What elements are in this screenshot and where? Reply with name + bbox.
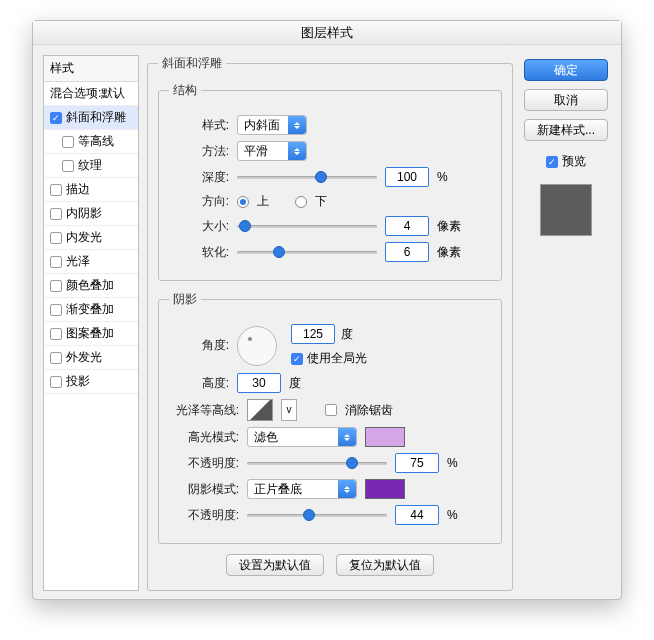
- angle-label: 角度:: [169, 337, 229, 354]
- chevron-updown-icon: [288, 142, 306, 160]
- style-row-patternOverlay[interactable]: 图案叠加: [44, 322, 138, 346]
- size-slider[interactable]: [237, 218, 377, 234]
- make-default-button[interactable]: 设置为默认值: [226, 554, 324, 576]
- style-checkbox-stroke[interactable]: [50, 184, 62, 196]
- style-checkbox-innerShadow[interactable]: [50, 208, 62, 220]
- style-row-dropShadow[interactable]: 投影: [44, 370, 138, 394]
- bevel-panel: 斜面和浮雕 结构 样式: 内斜面 方法: 平滑: [147, 55, 513, 591]
- shadow-opacity-slider[interactable]: [247, 507, 387, 523]
- shadow-opacity-unit: %: [447, 508, 458, 522]
- style-label-innerGlow: 内发光: [66, 229, 102, 246]
- style-row-satin[interactable]: 光泽: [44, 250, 138, 274]
- direction-down-radio[interactable]: [295, 196, 307, 208]
- style-checkbox-gradientOverlay[interactable]: [50, 304, 62, 316]
- style-checkbox-texture[interactable]: [62, 160, 74, 172]
- styles-list: 样式 混合选项:默认 斜面和浮雕等高线纹理描边内阴影内发光光泽颜色叠加渐变叠加图…: [43, 55, 139, 591]
- style-row-stroke[interactable]: 描边: [44, 178, 138, 202]
- preview-checkbox[interactable]: [546, 156, 558, 168]
- highlight-opacity-label: 不透明度:: [169, 455, 239, 472]
- altitude-input[interactable]: 30: [237, 373, 281, 393]
- shadow-opacity-label: 不透明度:: [169, 507, 239, 524]
- altitude-unit: 度: [289, 375, 301, 392]
- chevron-updown-icon: [338, 428, 356, 446]
- anti-alias-checkbox[interactable]: [325, 404, 337, 416]
- shadow-opacity-input[interactable]: 44: [395, 505, 439, 525]
- technique-select[interactable]: 平滑: [237, 141, 307, 161]
- preview-label: 预览: [562, 153, 586, 170]
- gloss-contour-label: 光泽等高线:: [169, 402, 239, 419]
- shadow-mode-select[interactable]: 正片叠底: [247, 479, 357, 499]
- soften-slider[interactable]: [237, 244, 377, 260]
- angle-input[interactable]: 125: [291, 324, 335, 344]
- blending-options-label: 混合选项:默认: [50, 85, 125, 102]
- technique-value: 平滑: [244, 143, 268, 160]
- direction-down-label: 下: [315, 193, 327, 210]
- soften-input[interactable]: 6: [385, 242, 429, 262]
- gloss-contour-dropdown[interactable]: v: [281, 399, 297, 421]
- style-select[interactable]: 内斜面: [237, 115, 307, 135]
- style-checkbox-bevel[interactable]: [50, 112, 62, 124]
- style-label-gradientOverlay: 渐变叠加: [66, 301, 114, 318]
- structure-group: 结构 样式: 内斜面 方法: 平滑: [158, 82, 502, 281]
- style-checkbox-colorOverlay[interactable]: [50, 280, 62, 292]
- ok-button[interactable]: 确定: [524, 59, 608, 81]
- style-row-colorOverlay[interactable]: 颜色叠加: [44, 274, 138, 298]
- use-global-light-label: 使用全局光: [307, 350, 367, 367]
- structure-legend: 结构: [169, 82, 201, 99]
- style-label-colorOverlay: 颜色叠加: [66, 277, 114, 294]
- chevron-updown-icon: [338, 480, 356, 498]
- style-checkbox-innerGlow[interactable]: [50, 232, 62, 244]
- direction-up-radio[interactable]: [237, 196, 249, 208]
- gloss-contour-picker[interactable]: [247, 399, 273, 421]
- style-value: 内斜面: [244, 117, 280, 134]
- altitude-label: 高度:: [169, 375, 229, 392]
- shading-group: 阴影 角度: 125 度 使用全局光: [158, 291, 502, 544]
- depth-slider[interactable]: [237, 169, 377, 185]
- style-checkbox-dropShadow[interactable]: [50, 376, 62, 388]
- cancel-button[interactable]: 取消: [524, 89, 608, 111]
- shadow-color-swatch[interactable]: [365, 479, 405, 499]
- shading-legend: 阴影: [169, 291, 201, 308]
- depth-input[interactable]: 100: [385, 167, 429, 187]
- shadow-mode-label: 阴影模式:: [169, 481, 239, 498]
- reset-default-button[interactable]: 复位为默认值: [336, 554, 434, 576]
- size-label: 大小:: [169, 218, 229, 235]
- style-checkbox-patternOverlay[interactable]: [50, 328, 62, 340]
- use-global-light-checkbox[interactable]: [291, 353, 303, 365]
- new-style-button[interactable]: 新建样式...: [524, 119, 608, 141]
- style-row-outerGlow[interactable]: 外发光: [44, 346, 138, 370]
- highlight-mode-select[interactable]: 滤色: [247, 427, 357, 447]
- shadow-mode-value: 正片叠底: [254, 481, 302, 498]
- style-row-innerShadow[interactable]: 内阴影: [44, 202, 138, 226]
- highlight-opacity-input[interactable]: 75: [395, 453, 439, 473]
- chevron-updown-icon: [288, 116, 306, 134]
- style-row-bevel[interactable]: 斜面和浮雕: [44, 106, 138, 130]
- bevel-title: 斜面和浮雕: [158, 55, 226, 72]
- soften-unit: 像素: [437, 244, 461, 261]
- style-label-contour: 等高线: [78, 133, 114, 150]
- style-label-texture: 纹理: [78, 157, 102, 174]
- angle-dial[interactable]: [237, 326, 277, 366]
- highlight-opacity-slider[interactable]: [247, 455, 387, 471]
- preview-swatch: [540, 184, 592, 236]
- style-label: 样式:: [169, 117, 229, 134]
- style-checkbox-satin[interactable]: [50, 256, 62, 268]
- size-input[interactable]: 4: [385, 216, 429, 236]
- style-row-gradientOverlay[interactable]: 渐变叠加: [44, 298, 138, 322]
- style-label-outerGlow: 外发光: [66, 349, 102, 366]
- direction-up-label: 上: [257, 193, 269, 210]
- highlight-mode-value: 滤色: [254, 429, 278, 446]
- style-row-contour[interactable]: 等高线: [44, 130, 138, 154]
- depth-unit: %: [437, 170, 448, 184]
- style-row-innerGlow[interactable]: 内发光: [44, 226, 138, 250]
- style-row-texture[interactable]: 纹理: [44, 154, 138, 178]
- highlight-color-swatch[interactable]: [365, 427, 405, 447]
- depth-label: 深度:: [169, 169, 229, 186]
- blending-options-row[interactable]: 混合选项:默认: [44, 82, 138, 106]
- style-label-stroke: 描边: [66, 181, 90, 198]
- style-checkbox-outerGlow[interactable]: [50, 352, 62, 364]
- styles-header: 样式: [44, 56, 138, 82]
- direction-label: 方向:: [169, 193, 229, 210]
- style-checkbox-contour[interactable]: [62, 136, 74, 148]
- anti-alias-label: 消除锯齿: [345, 402, 393, 419]
